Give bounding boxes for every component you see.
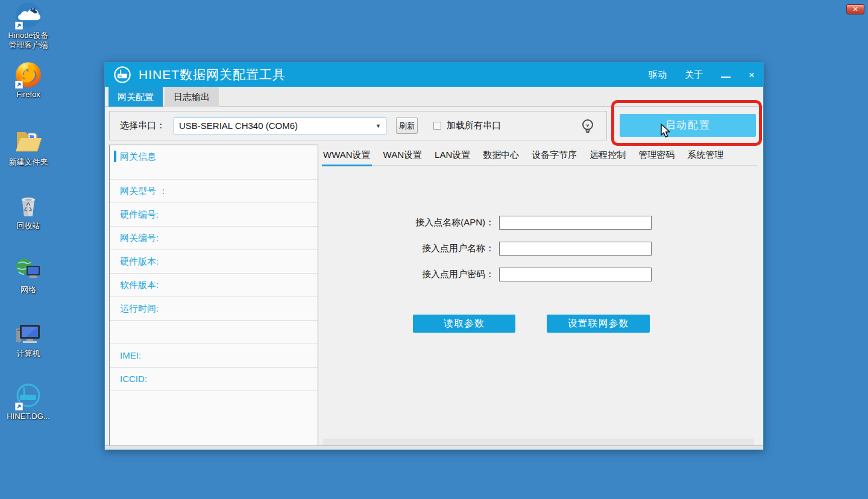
apn-password-input[interactable] — [499, 268, 652, 281]
info-row-uptime: 运行时间: — [110, 297, 318, 320]
info-row-hardware-ver: 硬件版本: — [110, 250, 318, 273]
apn-label: 接入点名称(APN)： — [321, 217, 494, 228]
gateway-info-header: 网关信息 — [110, 145, 318, 179]
start-config-button[interactable]: 启动配置 — [620, 114, 756, 137]
minimize-button[interactable] — [721, 72, 731, 78]
app-window: HINET数据网关配置工具 驱动 关于 × 网关配置 日志输出 选择串口： US… — [104, 62, 764, 450]
desktop-icon-label: 新建文件夹 — [0, 157, 57, 167]
apn-password-label: 接入点用户密码： — [321, 269, 494, 280]
info-row-iccid: ICCID: — [110, 367, 318, 391]
info-row-model: 网关型号 ： — [110, 179, 318, 202]
info-row-software-ver: 软件版本: — [110, 273, 318, 297]
info-row-filler — [110, 391, 318, 445]
mouse-cursor-icon — [659, 123, 671, 140]
screen-close-button[interactable]: ✕ — [846, 4, 864, 14]
tab-log-output[interactable]: 日志输出 — [165, 87, 219, 107]
serial-port-group: 选择串口： USB-SERIAL CH340 (COM6) ▼ 刷新 加载所有串… — [109, 111, 607, 140]
apn-input[interactable] — [499, 216, 652, 230]
load-all-ports-checkbox[interactable] — [433, 122, 441, 130]
gateway-info-panel: 网关信息 网关型号 ： 硬件编号: 网关编号: 硬件版本: 软件版本: 运行时间… — [109, 145, 318, 446]
tab-admin-password[interactable]: 管理密码 — [637, 148, 676, 165]
shortcut-arrow-icon — [15, 80, 23, 88]
serial-port-label: 选择串口： — [120, 120, 165, 131]
tab-gateway-config[interactable]: 网关配置 — [108, 87, 163, 107]
info-row-gateway-no: 网关编号: — [110, 226, 318, 250]
desktop-icon-label: 网络 — [0, 285, 57, 295]
shortcut-arrow-icon — [15, 402, 23, 410]
horizontal-scrollbar[interactable] — [322, 439, 754, 445]
tab-remote-control[interactable]: 远程控制 — [588, 148, 627, 165]
window-titlebar: HINET数据网关配置工具 驱动 关于 × — [105, 63, 763, 87]
apn-username-label: 接入点用户名称： — [321, 243, 494, 254]
driver-menu-button[interactable]: 驱动 — [649, 69, 667, 81]
info-row-empty — [110, 320, 318, 344]
info-row-hardware-no: 硬件编号: — [110, 202, 318, 226]
about-menu-button[interactable]: 关于 — [685, 69, 703, 81]
refresh-button[interactable]: 刷新 — [396, 118, 418, 134]
accent-bar — [114, 151, 116, 162]
network-icon — [14, 256, 43, 283]
hinode-client-icon — [14, 1, 43, 29]
app-logo-icon — [113, 66, 131, 84]
gateway-info-title: 网关信息 — [120, 151, 156, 163]
close-button[interactable]: × — [749, 70, 755, 80]
desktop-icon-label: Firefox — [0, 90, 57, 99]
computer-icon — [14, 319, 43, 347]
desktop-icon-label: 回收站 — [0, 221, 57, 231]
tab-lan-settings[interactable]: LAN设置 — [433, 148, 471, 165]
desktop-icon-label: Hinode设备 管理客户端 — [0, 31, 57, 50]
shortcut-arrow-icon — [15, 21, 23, 29]
window-title: HINET数据网关配置工具 — [139, 66, 649, 83]
lightbulb-icon[interactable] — [580, 118, 596, 136]
tab-system-management[interactable]: 系统管理 — [686, 148, 725, 165]
desktop-icon-hinode-client[interactable]: Hinode设备 管理客户端 — [0, 1, 57, 50]
window-status-strip — [105, 445, 763, 450]
desktop-icon-computer[interactable]: 计算机 — [0, 319, 57, 359]
apn-username-row: 接入点用户名称： — [321, 242, 652, 256]
read-params-button[interactable]: 读取参数 — [413, 315, 515, 333]
tab-wwan-settings[interactable]: WWAN设置 — [322, 148, 372, 166]
desktop-icon-hinet-shortcut[interactable]: HINET.DG... — [0, 382, 57, 421]
desktop-icon-label: 计算机 — [0, 349, 57, 359]
serial-port-value: USB-SERIAL CH340 (COM6) — [179, 121, 376, 131]
apn-username-input[interactable] — [499, 242, 652, 256]
desktop-icon-new-folder[interactable]: 新建文件夹 — [0, 128, 57, 167]
chevron-down-icon: ▼ — [376, 123, 381, 129]
tab-data-center[interactable]: 数据中心 — [482, 148, 520, 165]
desktop-icon-label: HINET.DG... — [0, 412, 57, 421]
tab-byte-order[interactable]: 设备字节序 — [530, 148, 578, 165]
apn-password-row: 接入点用户密码： — [321, 268, 652, 281]
main-tabstrip: 网关配置 日志输出 — [105, 87, 763, 107]
desktop-icon-network[interactable]: 网络 — [0, 256, 57, 295]
recycle-bin-icon — [14, 192, 43, 219]
apn-row: 接入点名称(APN)： — [321, 216, 652, 230]
desktop-icon-firefox[interactable]: Firefox — [0, 60, 57, 99]
folder-icon — [14, 128, 43, 155]
firefox-icon — [14, 60, 43, 88]
desktop-icon-recycle-bin[interactable]: 回收站 — [0, 192, 57, 231]
serial-port-select[interactable]: USB-SERIAL CH340 (COM6) ▼ — [174, 118, 386, 134]
tab-wan-settings[interactable]: WAN设置 — [382, 148, 423, 165]
hinet-app-icon — [14, 382, 43, 410]
settings-panel: WWAN设置 WAN设置 LAN设置 数据中心 设备字节序 远程控制 管理密码 … — [321, 145, 761, 446]
info-row-imei: IMEI: — [110, 344, 318, 367]
set-network-params-button[interactable]: 设置联网参数 — [547, 315, 650, 333]
load-all-ports-label: 加载所有串口 — [447, 120, 501, 131]
settings-tabstrip: WWAN设置 WAN设置 LAN设置 数据中心 设备字节序 远程控制 管理密码 … — [322, 148, 757, 166]
